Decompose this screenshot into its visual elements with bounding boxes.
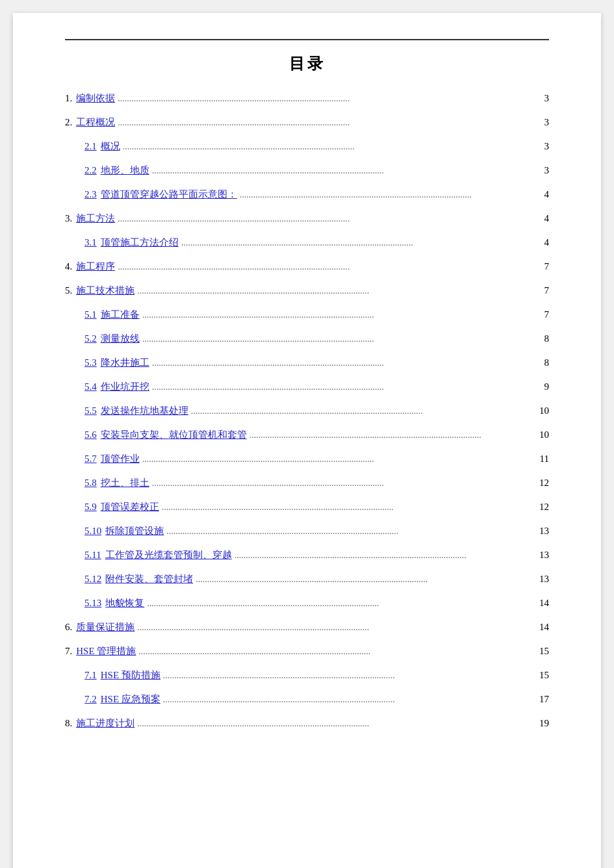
section-number[interactable]: 2.1 <box>84 138 97 155</box>
toc-item: 3.施工方法 .................................… <box>65 210 549 227</box>
section-title[interactable]: 拆除顶管设施 <box>105 522 164 540</box>
toc-dots: ........................................… <box>118 211 528 227</box>
toc-dots: ........................................… <box>123 138 528 155</box>
page-number: 3 <box>531 162 549 179</box>
section-title[interactable]: 安装导向支架、就位顶管机和套管 <box>101 426 247 444</box>
page-number: 4 <box>531 210 549 227</box>
section-title[interactable]: HSE 预防措施 <box>101 667 160 684</box>
section-title[interactable]: 施工进度计划 <box>76 715 134 732</box>
section-number[interactable]: 3. <box>65 210 72 227</box>
toc-item: 1.编制依据 .................................… <box>65 90 549 107</box>
section-number[interactable]: 2. <box>65 114 72 131</box>
section-number[interactable]: 7. <box>65 643 72 660</box>
section-title[interactable]: 附件安装、套管封堵 <box>105 570 193 588</box>
toc-dots: ........................................… <box>240 186 528 203</box>
page-number: 14 <box>531 594 549 612</box>
toc-dots: ........................................… <box>235 547 528 563</box>
section-title[interactable]: HSE 管理措施 <box>76 643 136 660</box>
section-number[interactable]: 2.2 <box>84 162 97 179</box>
page-number: 12 <box>531 474 549 492</box>
section-title[interactable]: 测量放线 <box>101 330 140 348</box>
toc-dots: ........................................… <box>137 619 528 635</box>
page-number: 3 <box>531 90 549 107</box>
section-title[interactable]: 施工技术措施 <box>76 282 134 300</box>
section-number[interactable]: 5. <box>65 282 72 300</box>
toc-dots: ........................................… <box>152 379 528 395</box>
section-title[interactable]: 施工方法 <box>76 210 115 227</box>
page-number: 4 <box>531 186 549 203</box>
page-number: 10 <box>531 426 549 444</box>
section-number[interactable]: 2.3 <box>84 186 97 203</box>
section-title[interactable]: 工作管及光缆套管预制、穿越 <box>105 546 232 564</box>
page-number: 15 <box>531 643 549 660</box>
section-number[interactable]: 5.4 <box>84 378 97 396</box>
section-number[interactable]: 5.10 <box>84 522 101 540</box>
section-number[interactable]: 5.9 <box>84 498 97 516</box>
section-number[interactable]: 5.5 <box>84 402 97 420</box>
page-number: 15 <box>531 667 549 684</box>
section-title[interactable]: HSE 应急预案 <box>101 691 160 708</box>
section-title[interactable]: 作业坑开挖 <box>101 378 149 396</box>
section-title[interactable]: 地形、地质 <box>101 162 149 179</box>
section-title[interactable]: 概况 <box>101 138 120 155</box>
document-page: 目录 1.编制依据 ..............................… <box>13 13 601 868</box>
toc-item: 8.施工进度计划 ...............................… <box>65 715 549 732</box>
toc-item: 5.11工作管及光缆套管预制、穿越 ......................… <box>65 546 549 564</box>
section-number[interactable]: 5.3 <box>84 354 97 372</box>
section-title[interactable]: 顶管误差校正 <box>101 498 159 516</box>
page-number: 8 <box>531 330 549 348</box>
section-title[interactable]: 地貌恢复 <box>105 594 144 612</box>
toc-dots: ........................................… <box>181 235 528 251</box>
page-number: 17 <box>531 691 549 708</box>
section-number[interactable]: 4. <box>65 258 72 275</box>
section-number[interactable]: 6. <box>65 619 72 636</box>
toc-item: 5.10拆除顶管设施 .............................… <box>65 522 549 540</box>
toc-item: 5.施工技术措施 ...............................… <box>65 282 549 300</box>
section-title[interactable]: 管道顶管穿越公路平面示意图： <box>101 186 237 203</box>
section-title[interactable]: 施工程序 <box>76 258 115 275</box>
section-number[interactable]: 3.1 <box>84 234 97 251</box>
page-number: 11 <box>531 450 549 468</box>
toc-item: 6.质量保证措施 ...............................… <box>65 619 549 636</box>
page-number: 19 <box>531 715 549 732</box>
section-number[interactable]: 5.2 <box>84 330 97 348</box>
section-title[interactable]: 顶管施工方法介绍 <box>101 234 179 251</box>
section-number[interactable]: 8. <box>65 715 72 732</box>
section-title[interactable]: 发送操作坑地基处理 <box>101 402 188 420</box>
toc-item: 5.6安装导向支架、就位顶管机和套管 .....................… <box>65 426 549 444</box>
section-title[interactable]: 施工准备 <box>101 306 140 324</box>
toc-dots: ........................................… <box>137 715 528 732</box>
toc-item: 5.1施工准备 ................................… <box>65 306 549 324</box>
section-title[interactable]: 质量保证措施 <box>76 619 134 636</box>
section-number[interactable]: 5.6 <box>84 426 97 444</box>
toc-dots: ........................................… <box>118 90 528 107</box>
toc-dots: ........................................… <box>191 403 528 419</box>
page-number: 7 <box>531 282 549 300</box>
toc-dots: ........................................… <box>163 691 528 708</box>
section-number[interactable]: 5.1 <box>84 306 97 324</box>
toc-list: 1.编制依据 .................................… <box>65 90 549 732</box>
toc-dots: ........................................… <box>162 499 528 515</box>
section-title[interactable]: 编制依据 <box>76 90 115 107</box>
toc-dots: ........................................… <box>142 451 528 467</box>
section-title[interactable]: 工程概况 <box>76 114 115 131</box>
section-title[interactable]: 挖土、排土 <box>101 474 149 492</box>
section-title[interactable]: 降水井施工 <box>101 354 149 372</box>
page-number: 14 <box>531 619 549 636</box>
section-number[interactable]: 7.1 <box>84 667 97 684</box>
toc-item: 5.9顶管误差校正 ..............................… <box>65 498 549 516</box>
section-number[interactable]: 5.11 <box>84 546 101 564</box>
section-number[interactable]: 1. <box>65 90 72 107</box>
section-number[interactable]: 7.2 <box>84 691 97 708</box>
page-number: 13 <box>531 522 549 540</box>
section-number[interactable]: 5.7 <box>84 450 97 468</box>
toc-dots: ........................................… <box>196 571 528 587</box>
page-number: 13 <box>531 546 549 564</box>
section-title[interactable]: 顶管作业 <box>101 450 140 468</box>
page-number: 12 <box>531 498 549 516</box>
toc-title: 目录 <box>65 53 549 74</box>
section-number[interactable]: 5.12 <box>84 570 101 588</box>
toc-dots: ........................................… <box>163 667 528 683</box>
section-number[interactable]: 5.8 <box>84 474 97 492</box>
section-number[interactable]: 5.13 <box>84 594 101 612</box>
